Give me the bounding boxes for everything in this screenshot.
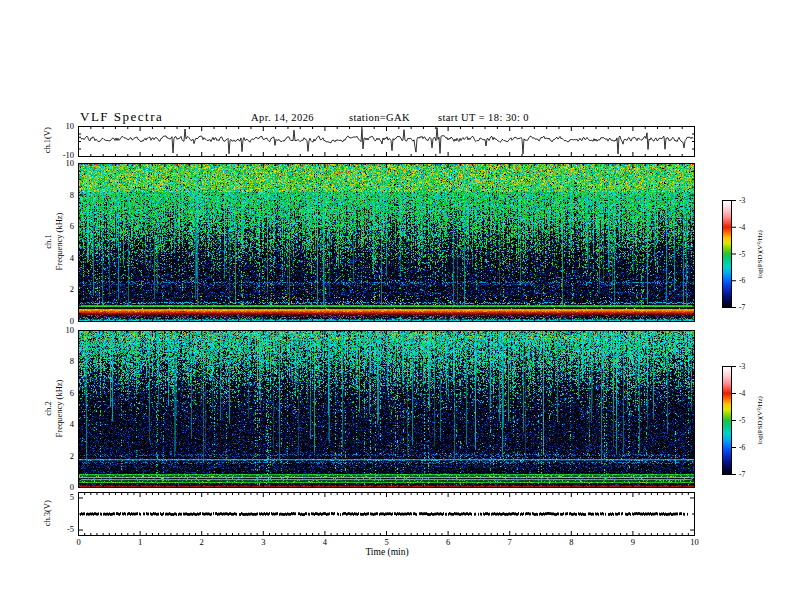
spec2-ytick: 8 (48, 356, 74, 366)
ch3-waveform-canvas (78, 492, 695, 536)
x-tick-label: 9 (623, 537, 643, 547)
spec1-ytick: 8 (48, 190, 74, 200)
colorbar-ch1-canvas (722, 200, 737, 308)
x-axis-title: Time (min) (316, 547, 458, 557)
spec1-ytick: 6 (48, 221, 74, 231)
colorbar2-tick: -7 (739, 470, 759, 479)
spec2-ytick: 6 (48, 388, 74, 398)
station-label: station=GAK (349, 112, 410, 123)
colorbar1-tick: -5 (739, 250, 759, 259)
colorbar2-tick: -6 (739, 443, 759, 452)
ch3-wave-ytick: 5 (44, 492, 74, 502)
colorbar2-tick: -3 (739, 362, 759, 371)
x-tick-label: 2 (192, 537, 212, 547)
colorbar1-tick: -6 (739, 276, 759, 285)
x-tick-label: 3 (253, 537, 273, 547)
spec2-ytick: 4 (48, 419, 74, 429)
ch3-wave-ytick: -5 (44, 524, 74, 534)
x-tick-label: 0 (69, 537, 89, 547)
ch1-spectrogram-canvas (78, 163, 695, 322)
vlf-spectra-figure: VLF Spectra Apr. 14, 2026 station=GAK st… (0, 0, 792, 612)
spec1-ytick: 2 (48, 284, 74, 294)
x-tick-label: 4 (315, 537, 335, 547)
colorbar1-tick: -4 (739, 223, 759, 232)
x-tick-label: 8 (561, 537, 581, 547)
x-tick-label: 10 (685, 537, 705, 547)
colorbar2-tick: -4 (739, 389, 759, 398)
spec1-ytick: 10 (48, 158, 74, 168)
colorbar1-tick: -7 (739, 303, 759, 312)
colorbar2-tick: -5 (739, 416, 759, 425)
page-title: VLF Spectra (80, 109, 163, 125)
spec1-ytick: 4 (48, 253, 74, 263)
ch1-waveform-canvas (78, 126, 695, 157)
colorbar-ch2-canvas (722, 366, 737, 475)
colorbar1-tick: -3 (739, 196, 759, 205)
x-tick-label: 6 (438, 537, 458, 547)
x-tick-label: 7 (500, 537, 520, 547)
start-ut-label: start UT = 18: 30: 0 (438, 112, 529, 123)
x-tick-label: 1 (130, 537, 150, 547)
date-label: Apr. 14, 2026 (251, 112, 314, 123)
spec2-ytick: 10 (48, 325, 74, 335)
ch2-spectrogram-canvas (78, 330, 695, 488)
spec2-ytick: 0 (48, 482, 74, 492)
spec2-ytick: 2 (48, 451, 74, 461)
ch1-wave-ytick: 10 (44, 121, 74, 131)
x-tick-label: 5 (377, 537, 397, 547)
